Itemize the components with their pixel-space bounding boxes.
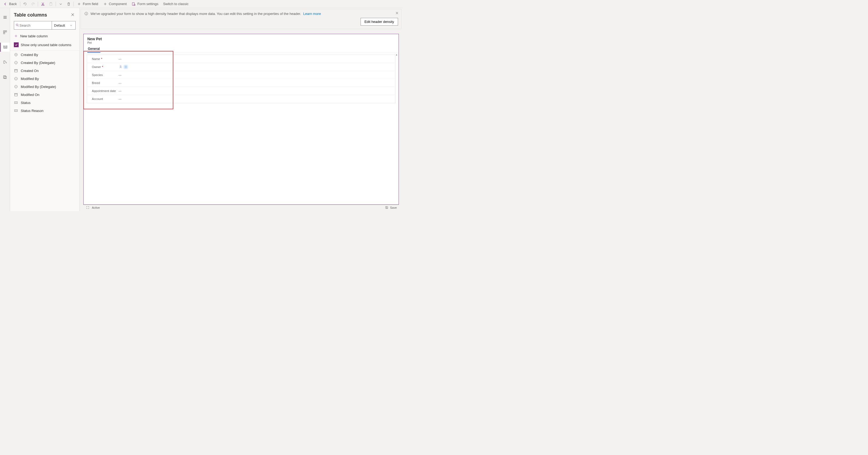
svg-point-28	[120, 65, 121, 67]
column-item[interactable]: ? Modified By (Delegate)	[10, 83, 79, 91]
field-value: ---	[119, 73, 122, 77]
learn-more-link[interactable]: Learn more	[303, 12, 321, 16]
owner-value-pill: I	[124, 65, 128, 69]
delete-icon	[67, 2, 71, 6]
top-command-bar: Back Form field	[0, 0, 403, 8]
svg-point-5	[134, 4, 135, 5]
column-item[interactable]: ? Created By	[10, 51, 79, 59]
field-value: I	[119, 65, 128, 69]
table-columns-panel: Table columns Default N	[10, 8, 80, 211]
svg-text:?: ?	[16, 62, 17, 64]
column-item[interactable]: Modified On	[10, 91, 79, 98]
paste-button[interactable]	[47, 0, 55, 8]
rail-components[interactable]	[0, 28, 10, 37]
plus-icon	[14, 34, 18, 38]
field-row-name[interactable]: Name * ---	[87, 55, 395, 63]
info-close-button[interactable]	[395, 11, 399, 16]
form-title: New Pet	[87, 37, 395, 41]
undo-icon	[23, 2, 27, 6]
form-field-button[interactable]: Form field	[75, 0, 100, 8]
field-row-account[interactable]: Account ---	[87, 95, 395, 103]
column-item[interactable]: Status	[10, 98, 79, 107]
panel-close-button[interactable]	[70, 12, 75, 19]
separator	[20, 2, 20, 6]
separator	[38, 2, 38, 6]
redo-button[interactable]	[29, 0, 37, 8]
form-settings-label: Form settings	[137, 2, 158, 6]
field-label: Name *	[92, 57, 119, 60]
tab-general[interactable]: General	[87, 45, 100, 53]
field-row-species[interactable]: Species ---	[87, 71, 395, 79]
svg-text:Abc: Abc	[4, 47, 7, 48]
form-entity: Pet	[87, 41, 395, 44]
column-item[interactable]: Status Reason	[10, 107, 79, 115]
edit-header-density-button[interactable]: Edit header density	[361, 18, 398, 26]
calendar-icon	[14, 92, 18, 97]
column-label: Modified By (Delegate)	[21, 85, 56, 89]
column-label: Created By (Delegate)	[21, 61, 55, 65]
info-bar-text-row: We've upgraded your form to show a high …	[84, 11, 398, 16]
column-item[interactable]: ? Modified By	[10, 75, 79, 83]
search-icon	[16, 23, 20, 27]
column-label: Created By	[21, 53, 38, 57]
status-state: Active	[92, 206, 100, 209]
checkbox-checked-icon	[14, 42, 19, 47]
rail-tree[interactable]	[0, 58, 10, 67]
column-item[interactable]: ? Created By (Delegate)	[10, 59, 79, 67]
svg-rect-6	[3, 31, 5, 32]
back-label: Back	[9, 2, 17, 6]
svg-rect-8	[3, 32, 5, 34]
clock-icon: ?	[14, 77, 18, 81]
column-label: Modified By	[21, 77, 39, 81]
separator	[56, 2, 56, 6]
column-item[interactable]: Created On	[10, 67, 79, 75]
new-column-label: New table column	[20, 34, 48, 38]
person-icon	[119, 65, 123, 69]
search-box[interactable]	[14, 21, 52, 30]
status-right[interactable]: Save	[385, 205, 397, 210]
only-unused-label: Show only unused table columns	[21, 43, 71, 47]
field-label: Species	[92, 73, 119, 77]
rail-library[interactable]	[0, 73, 10, 82]
required-indicator: *	[101, 57, 102, 60]
column-label: Modified On	[21, 93, 39, 97]
search-input[interactable]	[20, 24, 50, 27]
info-message: We've upgraded your form to show a high …	[91, 12, 301, 16]
option-icon	[14, 109, 18, 113]
search-filter-dropdown[interactable]: Default	[52, 21, 75, 30]
scroll-up-icon[interactable]: ▴	[395, 53, 398, 56]
plus-icon	[103, 2, 107, 6]
rail-table-columns[interactable]: Abc	[0, 42, 10, 52]
switch-classic-button[interactable]: Switch to classic	[161, 0, 191, 8]
cut-button[interactable]	[39, 0, 46, 8]
field-row-appointment[interactable]: Appointment date ---	[87, 87, 395, 95]
form-canvas[interactable]: New Pet Pet General ▴ Name * ---	[83, 34, 399, 205]
svg-rect-7	[5, 31, 7, 32]
back-button[interactable]: Back	[1, 0, 19, 8]
rail-hamburger[interactable]	[0, 13, 10, 22]
column-list: ? Created By ? Created By (Delegate) Cre…	[10, 50, 79, 115]
field-row-breed[interactable]: Breed ---	[87, 79, 395, 87]
expand-icon[interactable]	[86, 205, 90, 210]
new-table-column-button[interactable]: New table column	[10, 31, 79, 41]
component-button[interactable]: Component	[101, 0, 129, 8]
chevron-down-button[interactable]	[57, 0, 64, 8]
form-settings-button[interactable]: Form settings	[129, 0, 160, 8]
arrow-left-icon	[3, 2, 7, 6]
field-value: ---	[119, 57, 122, 60]
undo-button[interactable]	[21, 0, 29, 8]
cut-icon	[41, 2, 45, 6]
column-label: Status Reason	[21, 109, 43, 113]
field-row-owner[interactable]: Owner * I	[87, 63, 395, 71]
option-icon	[14, 101, 18, 105]
delete-button[interactable]	[65, 0, 72, 8]
status-left: Active	[86, 205, 100, 210]
form-body: ▴ Name * --- Owner *	[84, 53, 399, 204]
clock-icon: ?	[14, 53, 18, 57]
switch-classic-label: Switch to classic	[163, 2, 188, 6]
required-indicator: *	[102, 65, 103, 68]
field-value: ---	[119, 97, 122, 101]
svg-point-13	[16, 24, 18, 26]
form-section[interactable]: Name * --- Owner *	[87, 55, 395, 103]
only-unused-checkbox-row[interactable]: Show only unused table columns	[10, 41, 79, 50]
